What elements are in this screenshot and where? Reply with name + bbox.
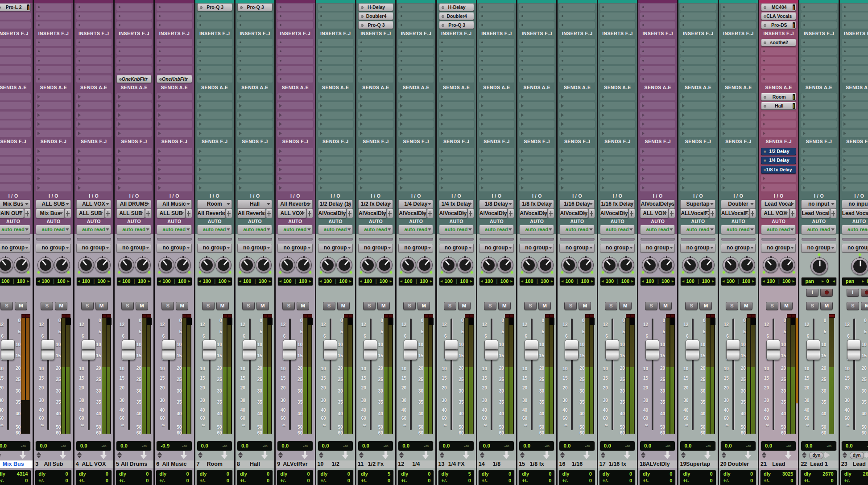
pan-value-display[interactable]: ◂ 100 | 100 ▸ bbox=[318, 277, 353, 286]
clip-indicator-icon[interactable] bbox=[545, 314, 550, 318]
insert-slot[interactable]: Pro-L 2 bbox=[0, 4, 31, 11]
send-slot[interactable] bbox=[76, 130, 112, 137]
output-window-button[interactable] bbox=[226, 209, 232, 218]
insert-slot[interactable] bbox=[398, 57, 434, 64]
insert-slot[interactable] bbox=[318, 57, 353, 64]
insert-slot[interactable] bbox=[237, 66, 273, 73]
mute-button[interactable]: M bbox=[417, 302, 430, 310]
clip-indicator-icon[interactable] bbox=[102, 314, 107, 318]
mute-button[interactable]: M bbox=[619, 302, 632, 310]
pan-value-display[interactable]: ◂ 100 | 100 ▸ bbox=[36, 277, 71, 286]
group-selector[interactable]: no group bbox=[680, 244, 715, 253]
insert-slot[interactable] bbox=[0, 57, 31, 64]
volume-fader-cap[interactable] bbox=[484, 340, 498, 360]
send-slot[interactable] bbox=[680, 166, 715, 173]
track-size-stepper[interactable] bbox=[843, 452, 847, 458]
send-slot[interactable] bbox=[0, 175, 31, 182]
send-slot[interactable] bbox=[640, 93, 675, 100]
send-slot[interactable] bbox=[0, 157, 31, 164]
insert-slot[interactable] bbox=[721, 4, 756, 11]
pan-value-display[interactable]: ◂ 100 | 100 ▸ bbox=[680, 277, 715, 286]
output-window-button[interactable] bbox=[24, 209, 31, 218]
fader-track[interactable] bbox=[692, 319, 694, 430]
send-slot[interactable] bbox=[36, 157, 71, 164]
volume-readout[interactable]: 0.0 -∞ bbox=[318, 441, 353, 451]
fader-track[interactable] bbox=[88, 319, 90, 430]
solo-button[interactable]: S bbox=[605, 302, 617, 310]
track-name-bar[interactable]: 13 1/4 FX bbox=[437, 460, 476, 468]
send-slot[interactable] bbox=[76, 148, 112, 155]
track-size-stepper[interactable] bbox=[198, 452, 203, 458]
output-selector[interactable]: AlVocalDlys bbox=[358, 209, 387, 218]
insert-slot[interactable] bbox=[398, 75, 434, 83]
send-slot[interactable] bbox=[519, 120, 554, 128]
send-slot[interactable] bbox=[640, 157, 675, 164]
send-slot[interactable] bbox=[519, 166, 554, 173]
insert-slot[interactable] bbox=[479, 57, 514, 64]
pan-value-display[interactable]: ◂ 100 | 100 ▸ bbox=[157, 277, 192, 286]
output-window-button[interactable] bbox=[830, 209, 837, 218]
insert-slot[interactable] bbox=[358, 57, 393, 64]
pan-knob-left[interactable] bbox=[521, 257, 537, 273]
send-slot[interactable] bbox=[801, 112, 836, 119]
clip-indicator-icon[interactable] bbox=[223, 314, 227, 318]
clip-indicator-icon[interactable] bbox=[62, 314, 66, 318]
send-slot[interactable] bbox=[398, 93, 434, 100]
fader-track[interactable] bbox=[652, 319, 654, 430]
send-slot[interactable] bbox=[640, 130, 675, 137]
insert-slot[interactable] bbox=[842, 66, 868, 73]
insert-slot[interactable] bbox=[116, 57, 152, 64]
fader-track[interactable] bbox=[249, 319, 251, 430]
insert-slot[interactable] bbox=[36, 57, 71, 64]
automation-mode-selector[interactable]: auto read bbox=[600, 225, 635, 234]
insert-slot[interactable] bbox=[358, 39, 393, 46]
volume-fader-cap[interactable] bbox=[565, 340, 579, 360]
solo-button[interactable]: S bbox=[242, 302, 255, 310]
pan-knob-left[interactable] bbox=[239, 257, 255, 273]
insert-slot[interactable] bbox=[318, 4, 353, 11]
pan-knob-right[interactable] bbox=[618, 257, 634, 273]
send-slot[interactable] bbox=[358, 102, 393, 109]
send-slot[interactable] bbox=[721, 120, 756, 128]
send-slot[interactable] bbox=[801, 102, 836, 109]
send-slot[interactable] bbox=[842, 102, 868, 109]
send-slot[interactable] bbox=[237, 157, 273, 164]
fader-track[interactable] bbox=[612, 319, 614, 430]
insert-slot[interactable] bbox=[36, 12, 71, 20]
insert-slot[interactable] bbox=[479, 4, 514, 11]
pan-value-display[interactable]: ◂ 100 | 100 ▸ bbox=[277, 277, 313, 286]
insert-slot[interactable] bbox=[197, 66, 232, 73]
group-selector[interactable]: no group bbox=[277, 244, 312, 253]
send-slot[interactable] bbox=[277, 112, 313, 119]
automation-mode-selector[interactable]: auto read bbox=[398, 225, 433, 234]
track-size-stepper[interactable] bbox=[238, 452, 243, 458]
output-selector[interactable]: AlVocalDlys bbox=[318, 209, 347, 218]
send-slot[interactable] bbox=[0, 102, 31, 109]
send-slot[interactable] bbox=[398, 184, 434, 191]
automation-mode-selector[interactable]: auto read bbox=[277, 225, 312, 234]
insert-slot[interactable] bbox=[842, 12, 868, 20]
insert-slot[interactable] bbox=[801, 75, 836, 83]
send-slot[interactable] bbox=[519, 175, 554, 182]
send-slot[interactable] bbox=[801, 148, 836, 155]
track-options-arrow-icon[interactable] bbox=[745, 451, 752, 459]
track-name-bar[interactable]: 23 Lead bbox=[840, 460, 868, 468]
mute-button[interactable]: M bbox=[659, 302, 672, 310]
output-selector[interactable]: All Reverbs bbox=[237, 209, 266, 218]
track-name-bar[interactable]: 9 ALVclRvr bbox=[276, 460, 314, 468]
insert-slot[interactable] bbox=[197, 39, 232, 46]
send-slot[interactable] bbox=[479, 175, 514, 182]
group-selector[interactable]: no group bbox=[801, 244, 836, 253]
insert-slot[interactable] bbox=[277, 48, 313, 55]
insert-slot[interactable] bbox=[519, 66, 554, 73]
insert-slot[interactable] bbox=[479, 21, 514, 29]
send-slot[interactable] bbox=[479, 157, 514, 164]
record-enable-button[interactable] bbox=[820, 288, 833, 297]
track-size-stepper[interactable] bbox=[520, 452, 525, 458]
insert-slot[interactable] bbox=[439, 66, 474, 73]
track-name-bar[interactable]: 10 1/2 bbox=[316, 460, 355, 468]
pan-value-display[interactable]: pan ▸ 0 ◂ bbox=[801, 277, 836, 286]
insert-slot[interactable] bbox=[277, 21, 313, 29]
fader-track[interactable] bbox=[451, 319, 453, 430]
clip-indicator-icon[interactable] bbox=[505, 314, 509, 318]
